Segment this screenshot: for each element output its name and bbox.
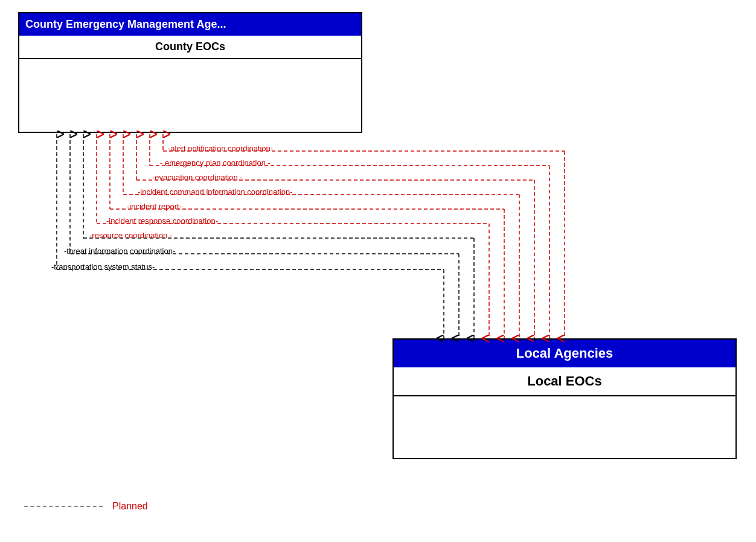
label-incident-response: -incident response coordination- [106,216,218,225]
label-evacuation: -evacuation coordination - [152,173,243,182]
label-resource-coordination: -resource coordination - [89,231,172,240]
label-alert-notification: -alert notification coordination- [168,144,273,153]
legend: Planned [24,501,148,512]
legend-line [24,506,103,507]
legend-label: Planned [112,501,148,512]
label-threat-information: -threat information coordination- [64,247,175,256]
label-transportation-status: -transportation system status- [51,262,155,271]
label-incident-command: -incident command information coordinati… [138,187,293,196]
label-incident-report: -incident report- [127,202,182,211]
label-emergency-plan: - emergency plan coordination - [160,158,271,167]
diagram-container: County Emergency Management Age... Count… [0,0,756,542]
